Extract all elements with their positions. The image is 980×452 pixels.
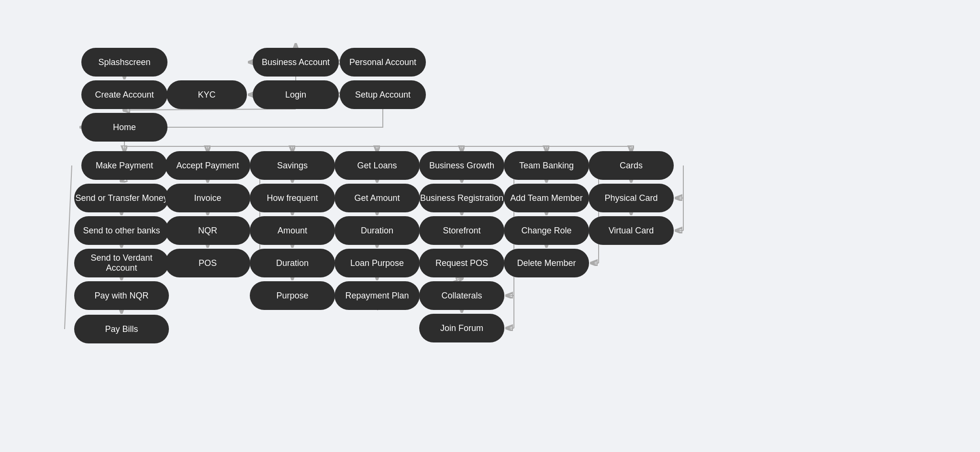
cards-node[interactable]: Cards (589, 151, 674, 180)
setup-account-node[interactable]: Setup Account (340, 80, 426, 109)
business-registration-node[interactable]: Business Registration (419, 184, 504, 212)
send-transfer-node[interactable]: Send or Transfer Money (74, 184, 169, 212)
amount-node[interactable]: Amount (250, 216, 335, 245)
splashscreen-node[interactable]: Splashscreen (81, 48, 167, 77)
physical-card-node[interactable]: Physical Card (589, 184, 674, 212)
duration-node[interactable]: Duration (250, 249, 335, 277)
send-verdant-node[interactable]: Send to Verdant Account (74, 249, 169, 277)
join-forum-node[interactable]: Join Forum (419, 314, 504, 342)
purpose-node[interactable]: Purpose (250, 281, 335, 310)
repayment-plan-node[interactable]: Repayment Plan (334, 281, 420, 310)
add-team-member-node[interactable]: Add Team Member (504, 184, 589, 212)
svg-line-3 (124, 109, 296, 110)
how-frequent-node[interactable]: How frequent (250, 184, 335, 212)
kyc-node[interactable]: KYC (167, 80, 247, 109)
get-loans-node[interactable]: Get Loans (334, 151, 420, 180)
virtual-card-node[interactable]: Virtual Card (589, 216, 674, 245)
business-growth-node[interactable]: Business Growth (419, 151, 504, 180)
nqr-node[interactable]: NQR (165, 216, 250, 245)
pos-node[interactable]: POS (165, 249, 250, 277)
delete-member-node[interactable]: Delete Member (504, 249, 589, 277)
collaterals-node[interactable]: Collaterals (419, 281, 504, 310)
svg-line-4 (122, 180, 124, 181)
accept-payment-node[interactable]: Accept Payment (165, 151, 250, 180)
create-account-node[interactable]: Create Account (81, 80, 167, 109)
send-other-banks-node[interactable]: Send to other banks (74, 216, 169, 245)
change-role-node[interactable]: Change Role (504, 216, 589, 245)
login-node[interactable]: Login (253, 80, 339, 109)
flowchart-canvas: SplashscreenBusiness AccountPersonal Acc… (0, 0, 980, 452)
pay-nqr-node[interactable]: Pay with NQR (74, 281, 169, 310)
personal-account-node[interactable]: Personal Account (340, 48, 426, 77)
business-account-node[interactable]: Business Account (253, 48, 339, 77)
storefront-node[interactable]: Storefront (419, 216, 504, 245)
home-node[interactable]: Home (81, 113, 167, 142)
duration-loans-node[interactable]: Duration (334, 216, 420, 245)
make-payment-node[interactable]: Make Payment (81, 151, 167, 180)
pay-bills-node[interactable]: Pay Bills (74, 315, 169, 343)
savings-node[interactable]: Savings (250, 151, 335, 180)
team-banking-node[interactable]: Team Banking (504, 151, 589, 180)
request-pos-node[interactable]: Request POS (419, 249, 504, 277)
get-amount-node[interactable]: Get Amount (334, 184, 420, 212)
svg-line-35 (65, 165, 72, 329)
loan-purpose-node[interactable]: Loan Purpose (334, 249, 420, 277)
invoice-node[interactable]: Invoice (165, 184, 250, 212)
